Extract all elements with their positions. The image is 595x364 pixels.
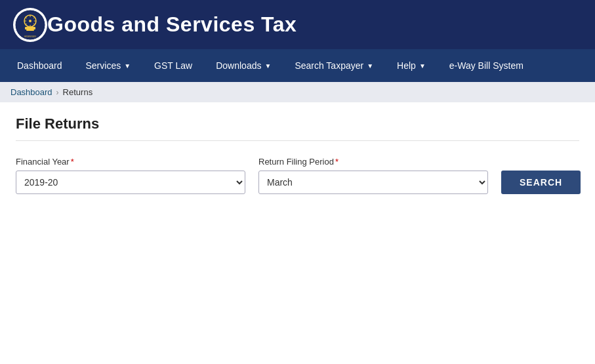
main-navbar: Dashboard Services ▼ GST Law Downloads ▼… — [0, 49, 595, 82]
svg-rect-11 — [25, 27, 35, 30]
page-title: File Returns — [16, 115, 579, 141]
svg-rect-12 — [26, 30, 34, 31]
breadcrumb-current: Returns — [63, 87, 93, 97]
svg-text:भारत सरकार: भारत सरकार — [24, 35, 37, 38]
main-content: File Returns Financial Year* 2017-18 201… — [0, 102, 595, 207]
nav-downloads[interactable]: Downloads ▼ — [204, 49, 283, 82]
site-header: भारत सरकार Goods and Services Tax — [0, 0, 595, 49]
site-title: Goods and Services Tax — [47, 12, 297, 37]
nav-dashboard[interactable]: Dashboard — [5, 49, 74, 82]
services-caret-icon: ▼ — [124, 62, 131, 70]
nav-gst-law[interactable]: GST Law — [142, 49, 204, 82]
return-period-select[interactable]: April May June July August September Oct… — [258, 171, 488, 194]
site-logo: भारत सरकार — [13, 8, 47, 42]
breadcrumb: Dashboard › Returns — [0, 82, 595, 102]
breadcrumb-separator: › — [56, 88, 59, 97]
financial-year-label: Financial Year* — [16, 157, 245, 167]
financial-year-required: * — [71, 157, 74, 167]
returns-form: Financial Year* 2017-18 2018-19 2019-20 … — [16, 157, 579, 194]
nav-help[interactable]: Help ▼ — [385, 49, 438, 82]
breadcrumb-dashboard-link[interactable]: Dashboard — [10, 87, 52, 97]
return-period-group: Return Filing Period* April May June Jul… — [258, 157, 488, 194]
financial-year-group: Financial Year* 2017-18 2018-19 2019-20 … — [16, 157, 245, 194]
downloads-caret-icon: ▼ — [264, 62, 271, 70]
svg-point-2 — [29, 20, 31, 22]
nav-services[interactable]: Services ▼ — [74, 49, 143, 82]
search-button[interactable]: SEARCH — [501, 171, 581, 194]
return-period-required: * — [335, 157, 339, 167]
nav-search-taxpayer[interactable]: Search Taxpayer ▼ — [283, 49, 385, 82]
financial-year-select[interactable]: 2017-18 2018-19 2019-20 2020-21 2021-22 … — [16, 171, 245, 194]
search-taxpayer-caret-icon: ▼ — [367, 62, 373, 70]
nav-eway-bill[interactable]: e-Way Bill System — [438, 49, 535, 82]
help-caret-icon: ▼ — [419, 62, 426, 70]
return-period-label: Return Filing Period* — [258, 157, 488, 167]
